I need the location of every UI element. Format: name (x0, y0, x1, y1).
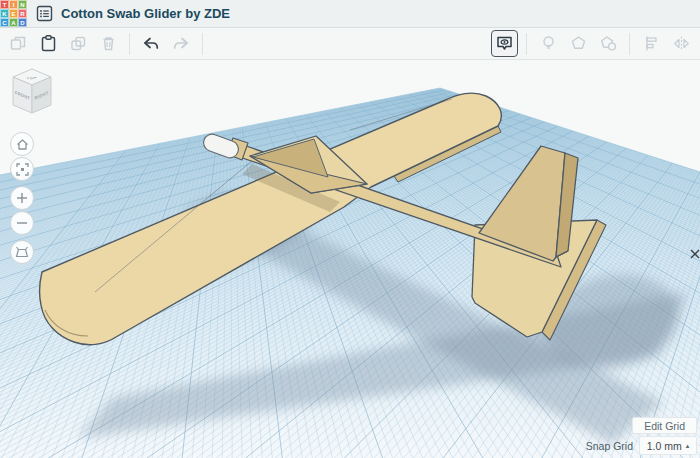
logo-tile: A (9, 18, 18, 27)
snap-grid-row: Snap Grid 1.0 mm ▴ (586, 437, 697, 454)
logo-tile: I (9, 0, 18, 9)
snap-grid-select[interactable]: 1.0 mm ▴ (639, 436, 697, 455)
zoom-in-button[interactable] (10, 186, 34, 210)
mirror-button[interactable] (667, 30, 695, 58)
scene-svg (0, 60, 700, 458)
show-all-eye-icon (495, 34, 514, 53)
view-cube[interactable]: TOP FRONT RIGHT (6, 66, 58, 118)
home-view-button[interactable] (10, 132, 34, 156)
design-menu-button[interactable] (34, 4, 54, 24)
caret-up-icon: ▴ (686, 442, 690, 449)
logo-tile: D (18, 18, 27, 27)
duplicate-button[interactable] (64, 30, 92, 58)
perspective-toggle-button[interactable] (10, 240, 34, 264)
viewport-canvas[interactable]: TOP FRONT RIGHT (0, 60, 700, 458)
show-all-button[interactable] (491, 30, 518, 57)
fit-view-button[interactable] (10, 157, 34, 181)
lightbulb-icon (539, 34, 558, 53)
main-toolbar (0, 28, 700, 60)
toolbar-separator (526, 33, 527, 55)
tinkercad-logo[interactable]: T I N K E R C A D (0, 0, 27, 27)
copy-icon (9, 34, 28, 53)
paste-button[interactable] (34, 30, 62, 58)
toolbar-separator (202, 33, 203, 55)
redo-button[interactable] (167, 30, 195, 58)
align-button[interactable] (637, 30, 665, 58)
design-title: Cotton Swab Glider by ZDE (61, 6, 230, 21)
delete-button[interactable] (94, 30, 122, 58)
logo-tile: N (18, 0, 27, 9)
ungroup-icon (599, 34, 618, 53)
group-icon (569, 34, 588, 53)
snap-grid-value: 1.0 mm (647, 440, 682, 452)
title-bar: T I N K E R C A D Cotton Swab Glider by … (0, 0, 700, 28)
logo-tile: R (18, 9, 27, 18)
redo-icon (171, 34, 191, 54)
toolbar-separator (629, 33, 630, 55)
duplicate-icon (69, 34, 88, 53)
zoom-out-button[interactable] (10, 211, 34, 235)
group-button[interactable] (564, 30, 592, 58)
edit-grid-button[interactable]: Edit Grid (632, 417, 697, 434)
mirror-icon (672, 34, 691, 53)
list-icon (36, 5, 53, 22)
logo-tile: T (0, 0, 9, 9)
light-button[interactable] (534, 30, 562, 58)
trash-icon (99, 34, 118, 53)
snap-grid-label: Snap Grid (586, 440, 633, 452)
undo-icon (141, 34, 161, 54)
copy-button[interactable] (4, 30, 32, 58)
ungroup-button[interactable] (594, 30, 622, 58)
view-nav-column (10, 132, 34, 265)
logo-tile: E (9, 9, 18, 18)
toolbar-separator (129, 33, 130, 55)
tinkercad-app: { "header": { "title": "Cotton Swab Glid… (0, 0, 700, 458)
paste-icon (39, 34, 58, 53)
undo-button[interactable] (137, 30, 165, 58)
logo-tile: C (0, 18, 9, 27)
align-icon (642, 34, 661, 53)
logo-tile: K (0, 9, 9, 18)
